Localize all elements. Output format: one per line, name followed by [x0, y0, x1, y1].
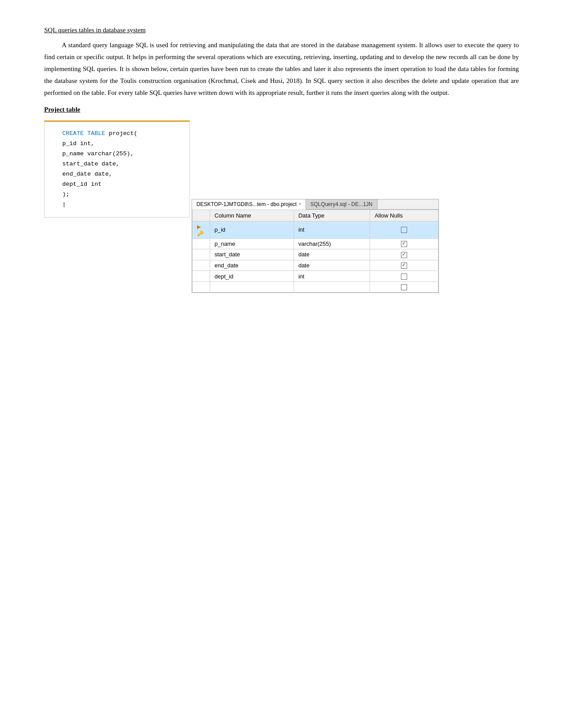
code-block: CREATE TABLE project( p_id int, p_name v…: [44, 120, 190, 218]
checkbox-checked-icon: [401, 263, 407, 269]
code-line-1-keyword: CREATE TABLE: [62, 130, 105, 137]
row-indicator-cell: [192, 281, 210, 293]
ssms-table-header-row: Column Name Data Type Allow Nulls: [192, 210, 438, 221]
row-name-cell: [210, 281, 294, 293]
body-text: A standard query language SQL is used fo…: [44, 39, 519, 99]
row-nulls-cell: [370, 238, 438, 249]
code-line-2: p_id int,: [62, 140, 94, 147]
ssms-col-header-nulls: Allow Nulls: [370, 210, 438, 221]
checkbox-unchecked-icon: [401, 274, 407, 280]
checkbox-checked-icon: [401, 252, 407, 258]
row-datatype-cell: int: [294, 221, 370, 238]
ssms-col-header-indicator: [192, 210, 210, 221]
row-name-cell: dept_id: [210, 271, 294, 282]
ssms-tab-active[interactable]: DESKTOP-1JMTGD8\S...tem - dbo.project ×: [192, 199, 306, 210]
row-name-cell: p_id: [210, 221, 294, 238]
row-indicator-cell: ▶🔑: [192, 221, 210, 238]
row-nulls-cell: [370, 221, 438, 238]
project-table-heading: Project table: [44, 106, 519, 113]
row-datatype-cell: int: [294, 271, 370, 282]
code-line-7: );: [62, 191, 69, 198]
row-datatype-cell: date: [294, 249, 370, 260]
checkbox-checked-icon: [401, 241, 407, 247]
ssms-tab-active-label: DESKTOP-1JMTGD8\S...tem - dbo.project: [196, 201, 297, 207]
ssms-tabs: DESKTOP-1JMTGD8\S...tem - dbo.project × …: [192, 199, 438, 210]
row-nulls-cell: [370, 260, 438, 271]
code-line-5: end_date date,: [62, 171, 112, 177]
ssms-tab-other-label: SQLQuery4.sql - DE...1JN: [310, 201, 373, 207]
row-datatype-cell: [294, 281, 370, 293]
checkbox-unchecked-icon: [401, 284, 407, 290]
page: SQL queries tables in database system A …: [0, 0, 563, 728]
row-key-icon: ▶🔑: [197, 224, 204, 236]
ssms-tab-close-icon[interactable]: ×: [299, 202, 301, 206]
code-line-4: start_date date,: [62, 161, 120, 167]
table-row: [192, 281, 438, 293]
ssms-wrapper: DESKTOP-1JMTGD8\S...tem - dbo.project × …: [192, 199, 439, 293]
code-line-3: p_name varchar(255),: [62, 150, 134, 157]
table-row: dept_idint: [192, 271, 438, 282]
code-line-6: dept_id int: [62, 181, 102, 188]
row-nulls-cell: [370, 249, 438, 260]
row-datatype-cell: date: [294, 260, 370, 271]
ssms-col-header-datatype: Data Type: [294, 210, 370, 221]
ssms-columns-table: Column Name Data Type Allow Nulls ▶🔑p_id…: [192, 210, 438, 293]
row-indicator-cell: [192, 238, 210, 249]
ssms-col-header-name: Column Name: [210, 210, 294, 221]
table-row: p_namevarchar(255): [192, 238, 438, 249]
checkbox-unchecked-icon: [401, 227, 407, 233]
section-heading: SQL queries tables in database system: [44, 26, 519, 34]
row-name-cell: p_name: [210, 238, 294, 249]
row-nulls-cell: [370, 271, 438, 282]
row-name-cell: end_date: [210, 260, 294, 271]
code-line-8: |: [62, 201, 66, 208]
row-name-cell: start_date: [210, 249, 294, 260]
code-line-1-text: project(: [109, 130, 137, 137]
table-row: ▶🔑p_idint: [192, 221, 438, 238]
table-row: end_datedate: [192, 260, 438, 271]
row-indicator-cell: [192, 271, 210, 282]
table-row: start_datedate: [192, 249, 438, 260]
row-indicator-cell: [192, 249, 210, 260]
row-nulls-cell: [370, 281, 438, 293]
row-indicator-cell: [192, 260, 210, 271]
row-datatype-cell: varchar(255): [294, 238, 370, 249]
ssms-tab-other[interactable]: SQLQuery4.sql - DE...1JN: [306, 199, 378, 209]
